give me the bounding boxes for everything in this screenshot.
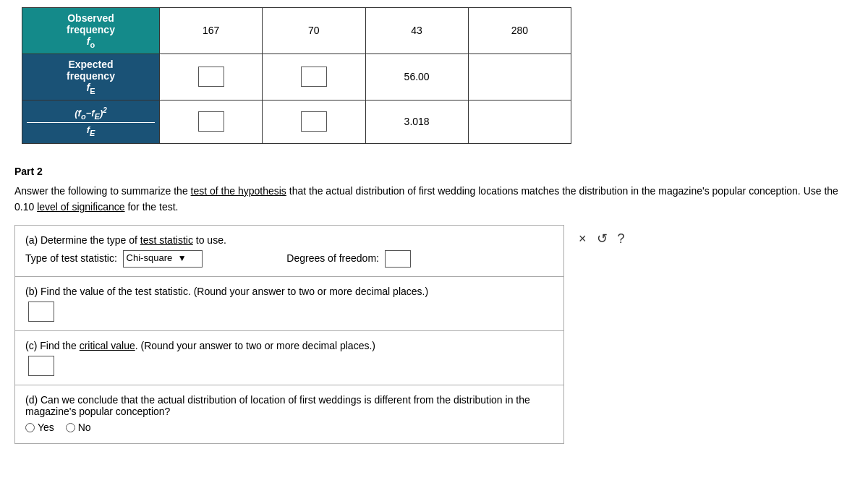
chevron-down-icon: ▼ bbox=[178, 253, 187, 263]
select-value: Chi-square bbox=[127, 252, 173, 263]
undo-button[interactable]: ↺ bbox=[597, 231, 608, 247]
answer-row-b: (b) Find the value of the test statistic… bbox=[15, 277, 563, 331]
cell-expected-1[interactable] bbox=[160, 54, 263, 100]
table-row: Observed frequency fo 167 70 43 280 bbox=[22, 8, 571, 54]
type-label: Type of test statistic: bbox=[25, 252, 120, 264]
question-c-label: (c) Find the critical value. (Round your… bbox=[25, 340, 553, 351]
cell-observed-3: 43 bbox=[365, 8, 468, 54]
critical-value-link[interactable]: critical value bbox=[80, 340, 135, 351]
no-label: No bbox=[78, 422, 91, 433]
question-d-label: (d) Can we conclude that the actual dist… bbox=[25, 394, 553, 417]
row-header-formula: (fo−fE)2 fE bbox=[22, 100, 160, 143]
question-b-label: (b) Find the value of the test statistic… bbox=[25, 286, 553, 297]
hypothesis-link[interactable]: test of the hypothesis bbox=[191, 185, 286, 197]
option-yes[interactable]: Yes bbox=[25, 422, 54, 433]
help-button[interactable]: ? bbox=[618, 231, 625, 247]
formula-input-1[interactable] bbox=[198, 111, 224, 132]
answer-row-c: (c) Find the critical value. (Round your… bbox=[15, 331, 563, 385]
cell-formula-4 bbox=[468, 100, 571, 143]
radio-no[interactable] bbox=[66, 423, 75, 432]
cell-formula-2[interactable] bbox=[263, 100, 365, 143]
cell-expected-2[interactable] bbox=[263, 54, 365, 100]
cell-expected-3: 56.00 bbox=[365, 54, 468, 100]
cell-observed-2: 70 bbox=[263, 8, 365, 54]
answer-box: (a) Determine the type of test statistic… bbox=[14, 225, 564, 444]
cell-observed-1: 167 bbox=[160, 8, 263, 54]
part2-section: Part 2 Answer the following to summarize… bbox=[0, 158, 868, 451]
row-header-observed: Observed frequency fo bbox=[22, 8, 160, 54]
question-a-label: (a) Determine the type of test statistic… bbox=[25, 234, 553, 246]
type-select[interactable]: Chi-square ▼ bbox=[123, 250, 203, 268]
answer-row-d: (d) Can we conclude that the actual dist… bbox=[15, 385, 563, 443]
part2-title: Part 2 bbox=[14, 166, 854, 177]
expected-input-2[interactable] bbox=[301, 67, 327, 87]
table-row: (fo−fE)2 fE 3.018 bbox=[22, 100, 571, 143]
cell-formula-1[interactable] bbox=[160, 100, 263, 143]
table-row: Expected frequency fE 56.00 bbox=[22, 54, 571, 100]
expected-input-1[interactable] bbox=[198, 67, 224, 87]
answer-container: (a) Determine the type of test statistic… bbox=[14, 225, 854, 444]
option-no[interactable]: No bbox=[66, 422, 91, 433]
side-buttons: × ↺ ? bbox=[579, 225, 625, 247]
critical-value-input[interactable] bbox=[28, 356, 54, 376]
part2-description: Answer the following to summarize the te… bbox=[14, 183, 854, 215]
row-header-expected: Expected frequency fE bbox=[22, 54, 160, 100]
question-d-options: Yes No bbox=[25, 422, 553, 435]
yes-label: Yes bbox=[38, 422, 54, 433]
dof-label: Degrees of freedom: bbox=[286, 252, 382, 264]
formula-input-2[interactable] bbox=[301, 111, 327, 132]
cell-expected-4 bbox=[468, 54, 571, 100]
frequency-table: Observed frequency fo 167 70 43 280 Expe… bbox=[22, 7, 571, 144]
dof-input[interactable] bbox=[385, 250, 411, 268]
question-a-controls: Type of test statistic: Chi-square ▼ Deg… bbox=[25, 250, 553, 268]
test-statistic-input[interactable] bbox=[28, 302, 54, 322]
significance-link[interactable]: level of significance bbox=[37, 201, 124, 213]
cell-formula-3: 3.018 bbox=[365, 100, 468, 143]
test-statistic-link[interactable]: test statistic bbox=[140, 234, 193, 246]
radio-yes[interactable] bbox=[25, 423, 35, 432]
close-button[interactable]: × bbox=[579, 231, 587, 247]
table-section: Observed frequency fo 167 70 43 280 Expe… bbox=[0, 0, 868, 158]
answer-row-a: (a) Determine the type of test statistic… bbox=[15, 226, 563, 277]
cell-observed-4: 280 bbox=[468, 8, 571, 54]
